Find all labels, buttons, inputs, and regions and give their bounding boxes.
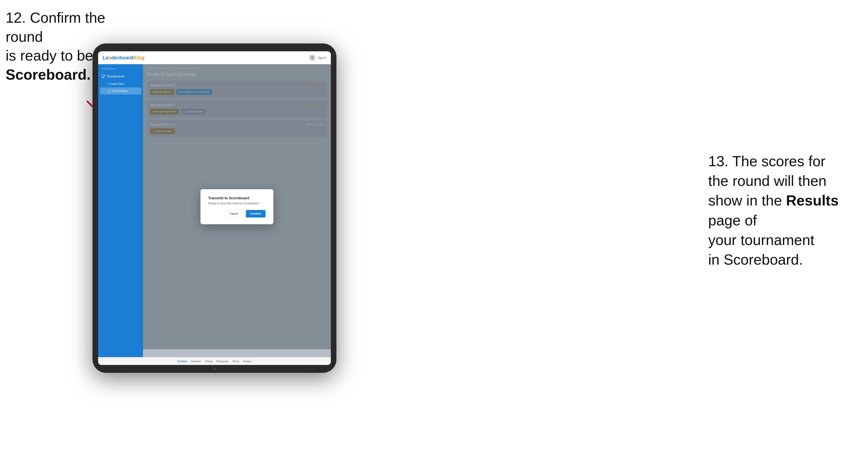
sidebar: MAIN MENU Tournaments + Create New — [98, 64, 143, 357]
tablet-camera — [213, 368, 216, 370]
sidebar-create-new[interactable]: + Create New — [98, 80, 143, 88]
instruction-right-line2: the round will then — [708, 173, 827, 189]
instruction-right-line1: 13. The scores for — [708, 153, 826, 169]
sidebar-item-tournaments[interactable]: Tournaments — [98, 72, 143, 80]
edit-existing-label: Edit Existing — [112, 89, 127, 93]
tablet-screen: LeaderboardKing Sign In MAIN MENU — [98, 51, 331, 365]
modal-subtitle: Ready to send this round to Scoreboard? — [208, 202, 266, 205]
instruction-right: 13. The scores for the round will then s… — [708, 151, 854, 269]
logo-area: LeaderboardKing — [103, 55, 145, 61]
instruction-right-line6: in Scoreboard. — [708, 251, 803, 268]
footer-link-features[interactable]: Features — [191, 360, 201, 363]
instruction-right-bold: Results — [786, 192, 839, 209]
header-right: Sign In — [309, 55, 326, 61]
tablet-device: LeaderboardKing Sign In MAIN MENU — [93, 43, 336, 373]
trophy-icon — [101, 74, 105, 78]
modal-overlay: Transmit to Scoreboard Ready to send thi… — [143, 64, 331, 349]
tournaments-label: Tournaments — [106, 74, 124, 78]
footer-link-resources[interactable]: Resources — [216, 360, 228, 363]
instruction-line1: 12. Confirm the round — [6, 9, 105, 45]
app-header: LeaderboardKing Sign In — [98, 51, 331, 64]
app-body: MAIN MENU Tournaments + Create New — [98, 64, 331, 357]
sign-in-label[interactable]: Sign In — [318, 56, 326, 59]
instruction-line3: Scoreboard. — [6, 66, 91, 83]
modal-cancel-button[interactable]: Cancel — [225, 210, 243, 218]
user-avatar — [309, 55, 315, 61]
modal-buttons: Cancel Confirm — [208, 210, 266, 218]
create-new-label: Create New — [109, 83, 124, 86]
svg-point-2 — [311, 56, 313, 58]
instruction-right-line5: your tournament — [708, 232, 814, 248]
main-content: Home > Tournaments > State U Spring Invi… — [143, 64, 331, 357]
modal-title: Transmit to Scoreboard — [208, 196, 266, 200]
instruction-right-line3: show in the — [708, 192, 782, 209]
modal-confirm-button[interactable]: Confirm — [246, 210, 266, 218]
sidebar-edit-existing[interactable]: Edit Existing — [100, 88, 141, 94]
edit-icon — [108, 90, 111, 93]
app-footer: Product Features Pricing Resources Terms… — [98, 357, 331, 365]
footer-link-pricing[interactable]: Pricing — [205, 360, 213, 363]
footer-link-product[interactable]: Product — [178, 360, 187, 363]
footer-link-privacy[interactable]: Privacy — [243, 360, 252, 363]
instruction-right-line4: page of — [708, 212, 757, 228]
footer-link-terms[interactable]: Terms — [232, 360, 240, 363]
app-logo: LeaderboardKing — [103, 55, 145, 61]
plus-icon: + — [106, 82, 108, 86]
main-menu-label: MAIN MENU — [98, 67, 143, 72]
transmit-modal: Transmit to Scoreboard Ready to send thi… — [200, 189, 273, 224]
